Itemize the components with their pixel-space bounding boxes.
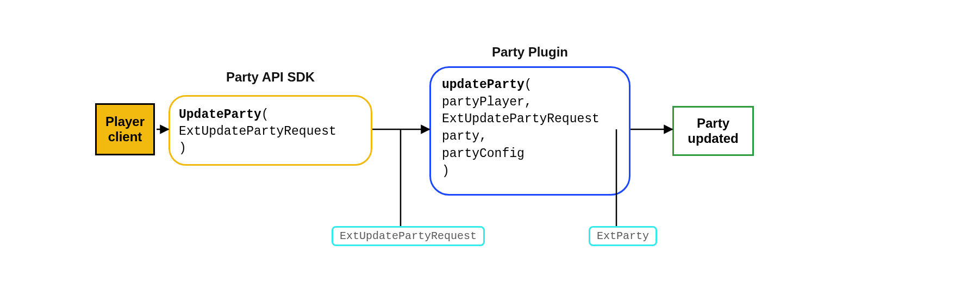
arg-party: party, [442, 129, 487, 143]
arg-partyplayer: partyPlayer, [442, 95, 532, 109]
title-plugin: Party Plugin [429, 45, 631, 60]
pill-ext-update-party-request: ExtUpdatePartyRequest [332, 226, 485, 246]
paren-close-sdk: ) [179, 141, 186, 155]
paren-open-plugin: ( [525, 78, 532, 92]
node-api-sdk: UpdateParty( ExtUpdatePartyRequest ) [168, 95, 372, 166]
text-party: Party [697, 116, 729, 130]
arg-extupdatepartyrequest-plugin: ExtUpdatePartyRequest [442, 112, 600, 126]
arg-extupdatepartyrequest-sdk: ExtUpdatePartyRequest [179, 124, 336, 139]
node-player-client: Player client [95, 103, 155, 155]
func-updateparty-sdk: UpdateParty [179, 108, 261, 122]
text-player: Player [105, 114, 145, 129]
text-updated: updated [688, 131, 738, 146]
arg-partyconfig: partyConfig [442, 147, 525, 161]
text-client: client [108, 129, 142, 144]
func-updateparty-plugin: updateParty [442, 78, 525, 92]
title-api-sdk: Party API SDK [168, 70, 372, 85]
paren-open-sdk: ( [261, 108, 269, 122]
paren-close-plugin: ) [442, 164, 450, 178]
node-party-plugin: updateParty( partyPlayer, ExtUpdateParty… [429, 66, 631, 196]
node-party-updated: Party updated [672, 106, 754, 156]
pill-ext-party: ExtParty [589, 226, 657, 246]
